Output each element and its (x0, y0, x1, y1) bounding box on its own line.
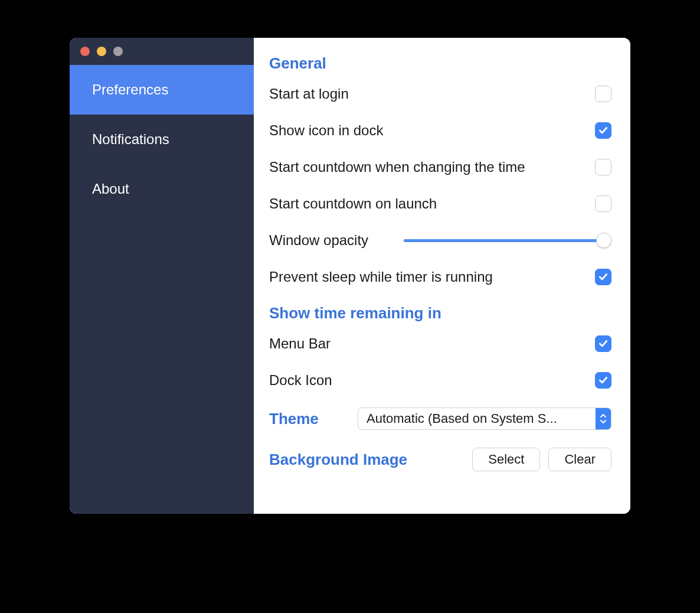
sidebar: Preferences Notifications About (70, 38, 254, 514)
slider-thumb[interactable] (596, 233, 611, 248)
show-icon-in-dock-checkbox[interactable] (595, 122, 611, 139)
theme-select[interactable]: Automatic (Based on System S... (358, 407, 611, 430)
start-countdown-change-checkbox[interactable] (595, 159, 611, 175)
titlebar (70, 38, 254, 65)
sidebar-item-label: Preferences (92, 81, 168, 97)
checkmark-icon (598, 338, 609, 349)
background-image-row: Background Image Select Clear (269, 448, 611, 471)
start-at-login-row: Start at login (269, 84, 611, 103)
show-icon-in-dock-row: Show icon in dock (269, 121, 611, 140)
minimize-button[interactable] (97, 47, 106, 56)
slider-track (404, 239, 611, 242)
chevron-down-icon (600, 419, 606, 423)
maximize-button[interactable] (113, 47, 123, 56)
sidebar-item-preferences[interactable]: Preferences (70, 65, 254, 115)
dock-icon-checkbox[interactable] (595, 372, 611, 389)
checkmark-icon (598, 272, 609, 282)
window-opacity-row: Window opacity (269, 231, 611, 250)
show-icon-in-dock-label: Show icon in dock (269, 122, 383, 139)
checkmark-icon (598, 125, 609, 136)
general-heading: General (269, 54, 611, 73)
dock-icon-row: Dock Icon (269, 371, 611, 390)
start-countdown-launch-checkbox[interactable] (595, 195, 611, 212)
dock-icon-label: Dock Icon (269, 372, 332, 389)
prevent-sleep-row: Prevent sleep while timer is running (269, 268, 611, 286)
background-image-heading: Background Image (269, 451, 407, 469)
menu-bar-label: Menu Bar (269, 335, 331, 352)
sidebar-item-label: Notifications (92, 131, 169, 147)
select-button[interactable]: Select (472, 448, 540, 471)
sidebar-item-about[interactable]: About (70, 164, 254, 214)
start-at-login-label: Start at login (269, 86, 349, 102)
sidebar-item-notifications[interactable]: Notifications (70, 115, 254, 164)
menu-bar-row: Menu Bar (269, 334, 611, 353)
start-at-login-checkbox[interactable] (595, 86, 611, 102)
background-image-buttons: Select Clear (472, 448, 611, 471)
checkmark-icon (598, 375, 609, 386)
window-opacity-label: Window opacity (269, 232, 368, 249)
close-button[interactable] (80, 47, 90, 56)
clear-button[interactable]: Clear (548, 448, 611, 471)
select-button-label: Select (488, 452, 524, 467)
start-countdown-change-label: Start countdown when changing the time (269, 159, 525, 175)
start-countdown-launch-row: Start countdown on launch (269, 194, 611, 213)
prevent-sleep-label: Prevent sleep while timer is running (269, 269, 493, 285)
sidebar-item-label: About (92, 181, 129, 197)
start-countdown-launch-label: Start countdown on launch (269, 195, 437, 212)
theme-row: Theme Automatic (Based on System S... (269, 407, 611, 430)
menu-bar-checkbox[interactable] (595, 335, 611, 352)
sidebar-items: Preferences Notifications About (70, 65, 254, 214)
preferences-window: Preferences Notifications About General … (70, 38, 630, 514)
main-content: General Start at login Show icon in dock… (254, 38, 630, 514)
theme-heading: Theme (269, 410, 319, 428)
clear-button-label: Clear (564, 452, 596, 467)
prevent-sleep-checkbox[interactable] (595, 269, 611, 285)
theme-select-value: Automatic (Based on System S... (358, 411, 596, 426)
window-opacity-slider[interactable] (404, 232, 611, 249)
show-time-heading: Show time remaining in (269, 304, 611, 322)
chevron-up-icon (600, 414, 606, 418)
start-countdown-change-row: Start countdown when changing the time (269, 158, 611, 177)
select-arrows-icon (596, 408, 611, 429)
